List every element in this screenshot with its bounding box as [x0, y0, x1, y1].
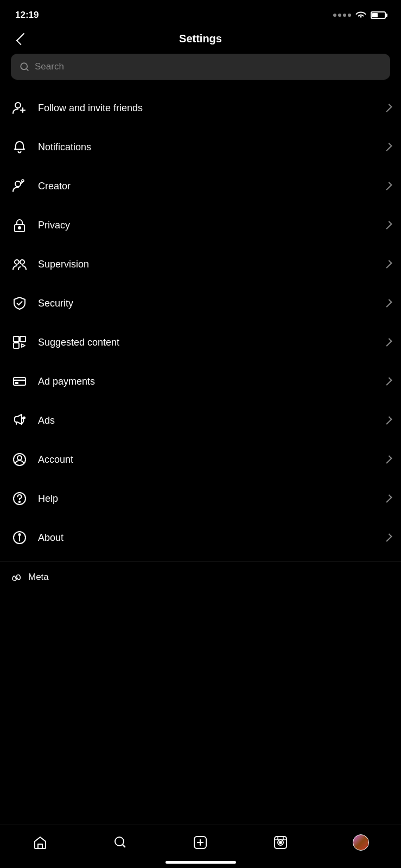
svg-point-3 — [22, 180, 24, 182]
search-bar[interactable]: Search — [11, 54, 390, 80]
svg-point-14 — [23, 417, 25, 419]
profile-avatar — [353, 834, 369, 851]
supervision-label: Supervision — [38, 259, 376, 270]
chevron-icon — [384, 416, 392, 425]
privacy-label: Privacy — [38, 220, 376, 231]
meta-footer: Meta — [0, 561, 401, 590]
settings-item-follow[interactable]: Follow and invite friends — [0, 88, 401, 127]
wifi-icon — [355, 11, 366, 19]
back-button[interactable] — [11, 29, 30, 49]
back-chevron-icon — [16, 33, 29, 45]
chevron-icon — [384, 338, 392, 347]
svg-point-5 — [18, 227, 21, 229]
info-icon — [11, 529, 28, 546]
suggested-content-icon — [11, 334, 28, 351]
status-time: 12:19 — [15, 10, 39, 21]
meta-logo-icon — [11, 573, 24, 582]
search-container: Search — [0, 54, 401, 84]
bell-icon — [11, 138, 28, 156]
help-label: Help — [38, 493, 376, 505]
search-nav-icon — [112, 834, 129, 851]
meta-brand-label: Meta — [28, 572, 49, 583]
help-icon — [11, 490, 28, 507]
settings-item-creator[interactable]: Creator — [0, 167, 401, 206]
about-label: About — [38, 532, 376, 544]
chevron-icon — [384, 299, 392, 308]
chevron-icon — [384, 377, 392, 386]
search-icon — [20, 62, 29, 72]
svg-rect-9 — [20, 336, 26, 342]
page-title: Settings — [179, 33, 222, 45]
signal-dots-icon — [333, 14, 351, 17]
chevron-icon — [384, 260, 392, 269]
svg-rect-10 — [14, 343, 19, 348]
settings-item-suggested[interactable]: Suggested content — [0, 323, 401, 362]
chevron-icon — [384, 494, 392, 503]
create-icon — [192, 834, 208, 851]
nav-reels[interactable] — [264, 832, 297, 853]
shield-icon — [11, 295, 28, 312]
nav-search[interactable] — [104, 832, 137, 853]
ads-icon — [11, 412, 28, 429]
svg-point-25 — [279, 841, 282, 844]
account-icon — [11, 451, 28, 468]
creator-label: Creator — [38, 181, 376, 192]
header: Settings — [0, 27, 401, 54]
settings-item-security[interactable]: Security — [0, 284, 401, 323]
reels-icon — [272, 834, 289, 851]
svg-point-16 — [17, 456, 22, 460]
search-placeholder: Search — [35, 61, 64, 72]
suggested-label: Suggested content — [38, 337, 376, 348]
chevron-icon — [384, 104, 392, 112]
nav-profile[interactable] — [344, 832, 378, 853]
settings-item-adpayments[interactable]: Ad payments — [0, 362, 401, 401]
svg-rect-8 — [14, 336, 19, 342]
chevron-icon — [384, 533, 392, 542]
follow-icon — [11, 99, 28, 117]
nav-create[interactable] — [183, 832, 217, 853]
settings-item-about[interactable]: About — [0, 518, 401, 557]
home-indicator — [166, 861, 236, 864]
svg-point-7 — [20, 260, 24, 264]
svg-point-20 — [19, 534, 21, 535]
chevron-icon — [384, 143, 392, 151]
menu-content: Follow and invite friends Notifications — [0, 84, 401, 639]
settings-item-privacy[interactable]: Privacy — [0, 206, 401, 245]
supervision-icon — [11, 256, 28, 273]
notifications-label: Notifications — [38, 142, 376, 153]
svg-point-18 — [19, 501, 20, 502]
settings-item-help[interactable]: Help — [0, 479, 401, 518]
security-label: Security — [38, 298, 376, 309]
svg-point-6 — [15, 260, 19, 264]
home-icon — [32, 834, 48, 851]
status-bar: 12:19 — [0, 0, 401, 27]
settings-item-account[interactable]: Account — [0, 440, 401, 479]
settings-menu-list: Follow and invite friends Notifications — [0, 84, 401, 561]
creator-icon — [11, 177, 28, 195]
chevron-icon — [384, 182, 392, 190]
ads-label: Ads — [38, 415, 376, 426]
nav-home[interactable] — [23, 832, 57, 853]
follow-label: Follow and invite friends — [38, 103, 376, 114]
chevron-icon — [384, 455, 392, 464]
battery-icon — [371, 11, 386, 19]
svg-rect-13 — [15, 382, 18, 384]
adpayments-label: Ad payments — [38, 376, 376, 387]
svg-point-2 — [15, 181, 21, 187]
svg-point-1 — [15, 103, 21, 108]
status-icons — [333, 11, 386, 19]
lock-icon — [11, 216, 28, 234]
chevron-icon — [384, 221, 392, 229]
card-icon — [11, 373, 28, 390]
settings-item-notifications[interactable]: Notifications — [0, 127, 401, 167]
settings-item-ads[interactable]: Ads — [0, 401, 401, 440]
account-label: Account — [38, 454, 376, 465]
svg-marker-11 — [22, 344, 25, 347]
settings-item-supervision[interactable]: Supervision — [0, 245, 401, 284]
